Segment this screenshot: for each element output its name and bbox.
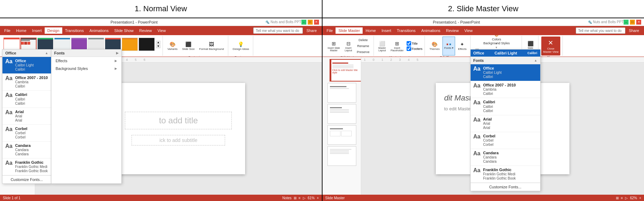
panel2-zoom-in[interactable]: + <box>639 196 641 200</box>
panel1-view-normal[interactable]: ⊞ <box>294 196 297 200</box>
panel1-theme-office-item[interactable]: Aa Office Calibri Light Calibri <box>2 57 51 74</box>
panel2-font-candara-item[interactable]: Aa Candara Candara Candara <box>471 149 540 166</box>
panel1-theme-candara-item[interactable]: Aa Candara Candara Candara <box>2 142 51 158</box>
panel2-font-office-names: Office Calibri Light Calibri <box>483 66 502 79</box>
panel2-themes-btn[interactable]: 🎨 Themes <box>428 37 441 56</box>
panel2-insert-placeholder-btn[interactable]: ⊞ InsertPlaceholder <box>389 37 406 56</box>
panel1-tab-animations[interactable]: Animations <box>87 27 111 34</box>
panel1-theme-8[interactable] <box>122 38 138 51</box>
panel2-tab-transitions[interactable]: Transitions <box>394 27 418 34</box>
panel2-close-btn[interactable]: ✕ CloseMaster View <box>541 37 560 56</box>
panel2-layout4-text2 <box>330 150 349 151</box>
panel1-theme-calibri-item[interactable]: Aa Calibri Calibri Calibri <box>2 91 51 108</box>
panel2-layout-thumb-3[interactable] <box>327 125 356 145</box>
panel1-view-reading[interactable]: ▷ <box>303 196 306 200</box>
panel2-tab-insert[interactable]: Insert <box>379 27 394 34</box>
panel2-tab-review[interactable]: Review <box>443 27 461 34</box>
panel2-font-office-sample: Aa <box>473 66 481 72</box>
panel1-tab-file[interactable]: File <box>1 27 13 34</box>
panel1-share-btn[interactable]: Share <box>303 27 320 34</box>
panel2-maximize-btn[interactable]: □ <box>630 20 635 25</box>
panel1-theme-9[interactable] <box>139 38 155 51</box>
panel2-close-btn[interactable]: ✕ <box>636 20 641 25</box>
panel1-themes-scroll-up[interactable]: ▲ <box>156 41 160 44</box>
panel1-maximize-btn[interactable]: □ <box>308 20 313 25</box>
panel1-themes-scroll-down[interactable]: ▼ <box>156 45 160 48</box>
panel2-font-calibri-item[interactable]: Aa Calibri Calibri Calibri <box>471 98 540 115</box>
panel2-tab-file[interactable]: File <box>324 27 336 34</box>
panel2-layout-thumb-4[interactable] <box>327 146 356 166</box>
panel2-layout-thumb-2[interactable] <box>327 104 356 124</box>
panel2-customize-fonts-btn[interactable]: Customize Fonts... <box>471 183 540 191</box>
panel1-tab-design[interactable]: Design <box>45 27 62 34</box>
panel2-master-layout-btn[interactable]: ⬜ MasterLayout <box>377 37 388 56</box>
panel2-tab-slidemaster[interactable]: Slide Master <box>336 27 363 34</box>
panel1-theme-franklin-names: Franklin Gothic Franklin Gothic Medi Fra… <box>15 160 48 173</box>
panel1-bg-styles-item[interactable]: Background Styles ▶ <box>51 65 121 72</box>
main-content: Presentation1 - PowerPoint 🔩 Nuts and Bo… <box>0 18 644 201</box>
panel1-tab-transitions[interactable]: Transitions <box>62 27 87 34</box>
panel1-effects-item[interactable]: Effects ▶ <box>51 57 121 65</box>
panel1-notes-btn[interactable]: Notes <box>282 196 292 200</box>
panel1-slide-size-btn[interactable]: ⬛ Slide Size <box>180 37 197 56</box>
panel1-variants-label: Variants <box>167 47 178 51</box>
panel2-tab-animations[interactable]: Animations <box>419 27 443 34</box>
panel2-font-office2010-item[interactable]: Aa Office 2007 - 2010 Cambria Calibri <box>471 81 540 98</box>
panel1-theme-calibri-sample: Aa <box>5 92 13 98</box>
panel1-slide-count: Slide 1 of 1 <box>3 196 20 200</box>
panel1-theme-office2010-item[interactable]: Aa Office 2007 - 2010 Cambria Calibri <box>2 74 51 91</box>
panel1-theme-arial-item[interactable]: Aa Arial Arial Arial <box>2 108 51 125</box>
panel1-design-ideas-btn[interactable]: 💡 Design Ideas <box>231 37 251 56</box>
panel2-fonts-btn[interactable]: ■ ■ Fonts ▾ <box>442 37 455 56</box>
panel2-fonts-dropdown-subtitle: Calibri Light <box>495 51 517 55</box>
panel2-font-franklin-item[interactable]: Aa Franklin Gothic Franklin Gothic Medi … <box>471 166 540 183</box>
panel2-zoom-level: 62% <box>630 196 637 200</box>
panel1-slide-subtitle[interactable]: ick to add subtitle <box>132 135 225 145</box>
panel1-tab-insert[interactable]: Insert <box>29 27 45 34</box>
panel2-insert-layout-btn[interactable]: ⊟ InsertLayout <box>343 37 354 56</box>
panel2-font-arial-item[interactable]: Aa Arial Arial Arial <box>471 115 540 132</box>
panel2-effects-btn[interactable]: ✦ Effects <box>456 37 468 56</box>
panel1-search-input[interactable] <box>253 27 303 34</box>
panel1-tab-review[interactable]: Review <box>136 27 155 34</box>
panel2-footers-checkbox[interactable] <box>407 46 411 51</box>
panel1-slide-title[interactable]: to add title <box>125 112 232 129</box>
panel1-tab-slideshow[interactable]: Slide Show <box>111 27 136 34</box>
panel1-close-btn[interactable]: ✕ <box>314 20 319 25</box>
panel2-rename-btn[interactable]: Rename <box>355 43 371 48</box>
panel2-minimize-btn[interactable]: – <box>624 20 629 25</box>
panel2-slide-size-icon: ⬛ <box>528 41 534 46</box>
panel2-tab-home[interactable]: Home <box>363 27 378 34</box>
panel1-variants-btn[interactable]: 🎨 Variants <box>166 37 179 56</box>
panel2-preserve-btn[interactable]: Preserve <box>355 50 371 55</box>
panel1-tab-view[interactable]: View <box>155 27 169 34</box>
panel2-view-reading[interactable]: ▷ <box>625 196 628 200</box>
panel1-tab-home[interactable]: Home <box>13 27 29 34</box>
panel1-format-bg-btn[interactable]: 🖼 Format Background <box>197 37 225 56</box>
panel1-view-outline[interactable]: ≡ <box>299 196 301 200</box>
panel2-view-outline[interactable]: ≡ <box>621 196 623 200</box>
panel2-tab-view[interactable]: View <box>461 27 476 34</box>
panel2-fonts-submenu-header: Fonts ▲ <box>471 57 540 64</box>
panel1-minimize-btn[interactable]: – <box>301 20 306 25</box>
panel1-theme-franklin-main: Franklin Gothic <box>15 160 48 165</box>
panel2-fonts-label: Fonts ▾ <box>444 46 453 50</box>
panel2-layout-thumb-1[interactable] <box>327 83 356 103</box>
panel2-search-input[interactable] <box>576 27 625 34</box>
panel2-title-checkbox[interactable] <box>407 41 411 46</box>
panel2-font-corbel-item[interactable]: Aa Corbel Corbel Corbel <box>471 132 540 149</box>
panel2-font-arial-names: Arial Arial Arial <box>483 117 492 130</box>
panel2-edit-theme-items: 🎨 Themes ■ ■ Fonts ▾ ✦ Effects <box>428 37 468 56</box>
panel2-font-office-item[interactable]: Aa Office Calibri Light Calibri <box>471 64 540 81</box>
panel2-share-btn[interactable]: Share <box>625 27 643 34</box>
panel1-theme-franklin-item[interactable]: Aa Franklin Gothic Franklin Gothic Medi … <box>2 158 51 175</box>
panel2-master-thumb-main[interactable]: Click to edit Master title style <box>330 59 361 82</box>
panel2-master-row-3 <box>327 125 359 145</box>
panel2-delete-btn[interactable]: Delete <box>355 37 371 43</box>
panel1-zoom-in[interactable]: + <box>317 196 319 200</box>
panel2-view-normal[interactable]: ⊞ <box>616 196 619 200</box>
panel1-theme-corbel-item[interactable]: Aa Corbel Corbel Corbel <box>2 125 51 142</box>
panel2-insert-slide-master-btn[interactable]: ⊞ Insert SlideMaster <box>326 37 342 56</box>
panel1-customize-fonts-btn[interactable]: Customize Fonts... <box>2 175 51 183</box>
panel2-bg-styles-btn[interactable]: Background Styles ▾ <box>473 43 519 48</box>
